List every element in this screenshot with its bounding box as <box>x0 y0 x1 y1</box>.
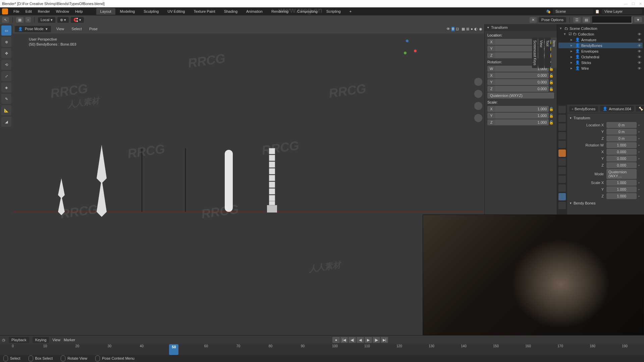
snap-dropdown[interactable]: 🧲 ▾ <box>71 17 84 23</box>
lock-icon[interactable]: 🔓 <box>549 120 554 125</box>
n-tab-tool[interactable]: Tool <box>545 38 550 68</box>
crumb-object[interactable]: ▫ BendyBones <box>569 106 598 112</box>
ptab-bone-icon[interactable] <box>558 193 566 200</box>
crumb-data[interactable]: 👤 Armature.004 <box>600 106 634 112</box>
eye-icon[interactable]: 👁 <box>638 55 641 59</box>
zoom-icon[interactable] <box>474 78 482 86</box>
next-key-icon[interactable]: |▶ <box>373 337 380 343</box>
ptab-constraint-icon[interactable] <box>558 176 566 183</box>
prop-scale-y[interactable]: 1.000 <box>606 186 637 192</box>
axis-y-icon[interactable] <box>404 52 407 54</box>
tab-add[interactable]: + <box>345 8 356 15</box>
maximize-icon[interactable]: ☐ <box>632 2 635 6</box>
autokey-icon[interactable]: ● <box>332 337 340 343</box>
transform-tool-icon[interactable]: ◈ <box>1 82 11 93</box>
outliner-item-wire[interactable]: ▸👤 Wire👁 <box>558 65 643 71</box>
timeline-playhead[interactable]: 50 <box>169 344 178 355</box>
scene-selector[interactable]: Scene <box>553 9 593 14</box>
shading-wire-icon[interactable]: ⊞ <box>466 27 469 31</box>
eye-icon[interactable]: 👁 <box>638 44 641 48</box>
scale-tool-icon[interactable]: ⤢ <box>1 71 11 81</box>
tab-layout[interactable]: Layout <box>96 8 115 15</box>
tab-scripting[interactable]: Scripting <box>322 8 345 15</box>
tab-compositing[interactable]: Compositing <box>293 8 322 15</box>
filter2-icon[interactable]: ▼ <box>634 17 642 22</box>
annotate-tool-icon[interactable]: ✎ <box>1 94 11 104</box>
ptab-physics-icon[interactable] <box>558 167 566 174</box>
measure-tool-icon[interactable]: 📐 <box>1 105 11 115</box>
scale-x-field[interactable]: 1.000 <box>495 106 549 112</box>
move-tool-icon[interactable]: ✥ <box>1 48 11 58</box>
prop-scale-x[interactable]: 1.000 <box>606 180 637 186</box>
visibility-icon[interactable]: 👁 <box>446 27 450 31</box>
ptab-boneconstraint-icon[interactable] <box>558 202 566 209</box>
ptab-render-icon[interactable] <box>558 106 566 113</box>
close-icon[interactable]: ✕ <box>639 2 642 6</box>
eye-icon[interactable]: 👁 <box>638 61 641 65</box>
lock-icon[interactable]: 🔓 <box>549 73 554 78</box>
timeline-ruler[interactable]: 0 10 20 30 40 50 60 70 80 90 100 110 120… <box>0 344 644 355</box>
viewlayer-selector[interactable]: View Layer <box>602 9 642 14</box>
ptab-scene-icon[interactable] <box>558 132 566 139</box>
outliner-item-octahedral[interactable]: ▸👤 Octahedral👁 <box>558 54 643 60</box>
tab-texture-paint[interactable]: Texture Paint <box>190 8 219 15</box>
cursor-tool-icon[interactable]: ⊕ <box>1 37 11 47</box>
rotate-tool-icon[interactable]: ⟲ <box>1 60 11 70</box>
keyframe-dot-icon[interactable]: • <box>637 150 641 154</box>
prop-loc-y[interactable]: 0 m <box>606 129 637 135</box>
prev-key-icon[interactable]: ◀| <box>348 337 356 343</box>
eye-icon[interactable]: 👁 <box>638 66 641 70</box>
prop-rot-mode-dropdown[interactable]: Quaternion (WXY… <box>606 169 637 179</box>
prop-rot-y[interactable]: 0.000 <box>606 156 637 162</box>
menu-help[interactable]: Help <box>72 8 86 14</box>
tab-sculpting[interactable]: Sculpting <box>140 8 163 15</box>
keyframe-dot-icon[interactable]: • <box>637 194 641 198</box>
pan-icon[interactable] <box>474 90 482 98</box>
prop-loc-z[interactable]: 0 m <box>606 135 637 141</box>
keyframe-dot-icon[interactable]: • <box>637 181 641 185</box>
mode-dropdown[interactable]: 👤 Pose Mode ▾ <box>15 26 51 32</box>
tl-menu-playback[interactable]: Playback <box>9 337 29 343</box>
prop-rot-x[interactable]: 0.000 <box>606 149 637 155</box>
minimize-icon[interactable]: — <box>624 2 628 6</box>
menu-window[interactable]: Window <box>53 8 72 14</box>
rot-y-field[interactable]: 0.000 <box>495 79 549 85</box>
eye-icon[interactable]: 👁 <box>638 49 641 53</box>
extrude-tool-icon[interactable]: ◢ <box>1 117 11 127</box>
n-tab-screencast[interactable]: Screencast Keys <box>532 38 538 68</box>
prop-rot-z[interactable]: 0.000 <box>606 162 637 168</box>
keyframe-dot-icon[interactable]: • <box>637 157 641 161</box>
prop-loc-x[interactable]: 0 m <box>606 122 637 128</box>
select-box-tool-icon[interactable]: ▭ <box>1 25 11 36</box>
props-bendy-header[interactable]: Bendy Bones <box>570 200 641 206</box>
ptab-world-icon[interactable] <box>558 141 566 148</box>
lock-icon[interactable]: 🔓 <box>549 80 554 84</box>
lock-icon[interactable]: 🔓 <box>549 87 554 91</box>
outliner-item-envelopes[interactable]: ▸👤 Envelopes👁 <box>558 48 643 54</box>
pose-options-dropdown[interactable]: Pose Options <box>539 17 566 22</box>
snap-mode-icon[interactable]: ▫ <box>25 17 31 22</box>
tl-menu-keying[interactable]: Keying <box>33 337 49 343</box>
axis-z-icon[interactable] <box>406 40 409 42</box>
transform-panel-header[interactable]: Transform <box>485 24 557 31</box>
keyframe-dot-icon[interactable]: • <box>637 187 641 191</box>
scale-z-field[interactable]: 1.000 <box>495 119 549 125</box>
tab-animation[interactable]: Animation <box>242 8 267 15</box>
menu-file[interactable]: File <box>11 8 22 14</box>
filter-icon[interactable]: ▤ <box>583 17 590 23</box>
outliner-search-input[interactable] <box>592 16 632 23</box>
crumb-bone[interactable]: 🦴 Bo <box>636 106 644 112</box>
shading-render-icon[interactable]: ◉ <box>479 27 482 31</box>
3d-viewport[interactable]: 👤 Pose Mode ▾ View Select Pose 👁 ✥ ⊡ ▦ ⊞… <box>13 24 484 335</box>
tab-modeling[interactable]: Modeling <box>116 8 139 15</box>
ptab-data-icon[interactable] <box>558 184 566 192</box>
outliner-scene-collection[interactable]: ▾🗀 Scene Collection <box>558 25 643 31</box>
outliner-item-armature[interactable]: ▸👤 Armature👁 <box>558 37 643 43</box>
camera-icon[interactable] <box>474 102 482 110</box>
lock-icon[interactable]: 🔓 <box>549 107 554 111</box>
eye-icon[interactable]: 👁 <box>638 32 641 36</box>
ptab-output-icon[interactable] <box>558 115 566 122</box>
play-reverse-icon[interactable]: ◀ <box>357 337 364 343</box>
options-icon[interactable]: ☰ <box>573 17 581 23</box>
overlay-toggle-icon[interactable]: ⊡ <box>456 27 459 31</box>
